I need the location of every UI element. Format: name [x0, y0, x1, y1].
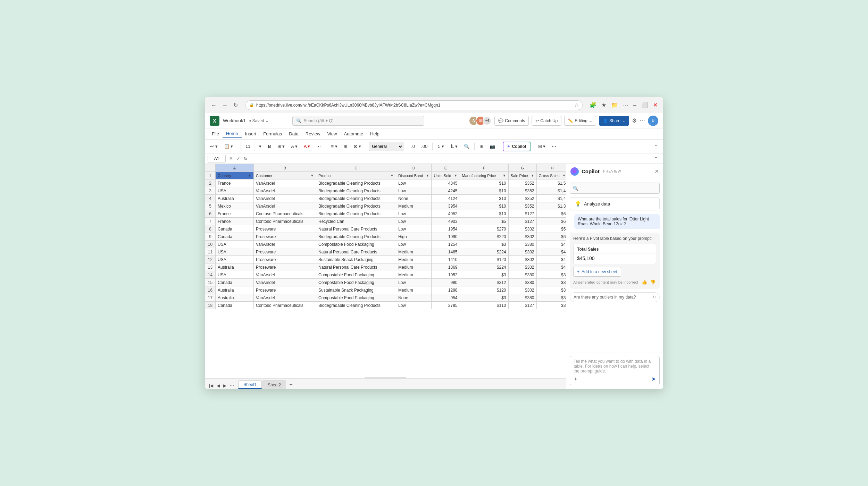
menu-formulas[interactable]: Formulas	[260, 130, 285, 138]
table-cell[interactable]: 1254	[432, 241, 460, 248]
table-cell[interactable]: VanArsdel	[254, 271, 316, 279]
table-cell[interactable]: $6	[536, 218, 566, 225]
header-customer[interactable]: Customer ▼	[254, 172, 316, 179]
forward-button[interactable]: →	[220, 101, 230, 109]
table-cell[interactable]: $1,4	[536, 187, 566, 195]
table-cell[interactable]: $3	[460, 241, 508, 248]
col-header-d[interactable]: D	[396, 164, 432, 172]
table-cell[interactable]: USA	[216, 187, 254, 195]
table-cell[interactable]: Proseware	[254, 256, 316, 263]
table-cell[interactable]: $3	[536, 271, 566, 279]
collections-button[interactable]: 📁	[610, 100, 619, 110]
table-cell[interactable]: Sustainable Snack Packaging	[316, 256, 396, 263]
table-cell[interactable]: Sustainable Snack Packaging	[316, 286, 396, 294]
table-cell[interactable]: Biodegradable Cleaning Products	[316, 179, 396, 187]
toolbar-more-button[interactable]: ⋯	[549, 142, 559, 151]
table-cell[interactable]: Compostable Food Packaging	[316, 271, 396, 279]
table-cell[interactable]: $3	[460, 271, 508, 279]
suggestion-chip[interactable]: Are there any outliers in my data? ↻	[570, 292, 660, 302]
table-cell[interactable]: $302	[508, 225, 536, 233]
table-cell[interactable]: 1410	[432, 256, 460, 263]
table-cell[interactable]: $10	[460, 195, 508, 202]
table-cell[interactable]: Contoso Pharmaceuticals	[254, 218, 316, 225]
table-cell[interactable]: Recycled Can	[316, 218, 396, 225]
sheet-nav-next[interactable]: ▶	[222, 383, 228, 389]
table-cell[interactable]: $3	[536, 279, 566, 286]
table-cell[interactable]: 4903	[432, 218, 460, 225]
table-cell[interactable]: $3	[536, 294, 566, 302]
table-cell[interactable]: $224	[460, 263, 508, 271]
formula-input[interactable]	[249, 156, 650, 161]
decrease-decimal-button[interactable]: .0	[409, 142, 417, 151]
sheet-tab-1[interactable]: Sheet1	[238, 380, 262, 389]
table-cell[interactable]: $127	[508, 302, 536, 309]
filter-icon-country[interactable]: ▼	[248, 174, 251, 177]
table-cell[interactable]: USA	[216, 248, 254, 256]
table-cell[interactable]: High	[396, 233, 432, 241]
header-mfg-price[interactable]: Manufacturing Price ▼	[460, 172, 508, 179]
header-product[interactable]: Product ▼	[316, 172, 396, 179]
menu-file[interactable]: File	[208, 130, 223, 138]
table-cell[interactable]: Biodegradable Cleaning Products	[316, 302, 396, 309]
table-cell[interactable]: $302	[508, 286, 536, 294]
add-to-new-sheet-button[interactable]: + Add to a new sheet	[573, 267, 621, 277]
sheet-nav-first[interactable]: |◀	[208, 383, 215, 389]
table-cell[interactable]: Low	[396, 179, 432, 187]
table-cell[interactable]: $380	[508, 271, 536, 279]
table-cell[interactable]: Biodegradable Cleaning Products	[316, 195, 396, 202]
increase-decimal-button[interactable]: .00	[419, 142, 430, 151]
refresh-button[interactable]: ↻	[231, 101, 240, 109]
comments-button[interactable]: 💬 Comments	[494, 116, 529, 126]
table-cell[interactable]: Proseware	[254, 233, 316, 241]
table-cell[interactable]: $352	[508, 195, 536, 202]
col-header-h[interactable]: H	[536, 164, 566, 172]
table-cell[interactable]: Natural Personal Care Products	[316, 225, 396, 233]
table-cell[interactable]: 1298	[432, 286, 460, 294]
title-search[interactable]: 🔍 Search (Alt + Q)	[292, 116, 424, 126]
col-header-g[interactable]: G	[508, 164, 536, 172]
send-button[interactable]: ➤	[651, 376, 656, 382]
table-cell[interactable]: Australia	[216, 195, 254, 202]
table-cell[interactable]: Medium	[396, 263, 432, 271]
table-cell[interactable]: $1,5	[536, 179, 566, 187]
favorites-button[interactable]: ★	[600, 100, 608, 110]
table-cell[interactable]: $3	[536, 302, 566, 309]
table-cell[interactable]: France	[216, 218, 254, 225]
copilot-close-button[interactable]: ✕	[654, 168, 659, 175]
table-cell[interactable]: 4245	[432, 187, 460, 195]
table-cell[interactable]: $6	[536, 210, 566, 218]
table-cell[interactable]: $380	[508, 241, 536, 248]
cell-reference-input[interactable]	[208, 155, 226, 162]
table-cell[interactable]: USA	[216, 256, 254, 263]
table-cell[interactable]: $312	[460, 279, 508, 286]
filter-icon-sale-price[interactable]: ▼	[531, 174, 534, 177]
find-button[interactable]: 🔍	[461, 142, 472, 151]
table-cell[interactable]: 4345	[432, 179, 460, 187]
table-cell[interactable]: VanArsdel	[254, 187, 316, 195]
table-cell[interactable]: Biodegradable Cleaning Products	[316, 202, 396, 210]
table-cell[interactable]: $4	[536, 248, 566, 256]
table-cell[interactable]: $1,3	[536, 202, 566, 210]
table-cell[interactable]: $3	[460, 294, 508, 302]
table-cell[interactable]: USA	[216, 241, 254, 248]
table-cell[interactable]: $302	[508, 263, 536, 271]
table-cell[interactable]: $220	[460, 233, 508, 241]
thumbs-up-button[interactable]: 👍	[641, 279, 648, 285]
table-cell[interactable]: Canada	[216, 233, 254, 241]
table-cell[interactable]: 1465	[432, 248, 460, 256]
table-cell[interactable]: Natural Personal Care Products	[316, 248, 396, 256]
header-sale-price[interactable]: Sale Price ▼	[508, 172, 536, 179]
add-sheet-tab-button[interactable]: +	[287, 380, 295, 389]
menu-view[interactable]: View	[324, 130, 340, 138]
table-cell[interactable]: $127	[508, 218, 536, 225]
table-cell[interactable]: VanArsdel	[254, 179, 316, 187]
border-button[interactable]: ⊞ ▾	[275, 142, 287, 151]
table-cell[interactable]: Canada	[216, 225, 254, 233]
table-cell[interactable]: Medium	[396, 248, 432, 256]
font-size-input[interactable]	[241, 142, 255, 151]
menu-home[interactable]: Home	[223, 129, 242, 138]
table-cell[interactable]: Medium	[396, 271, 432, 279]
prompt-guide-button[interactable]: ✦	[574, 376, 578, 382]
table-cell[interactable]: 980	[432, 279, 460, 286]
profile-avatar[interactable]: U	[648, 116, 658, 126]
